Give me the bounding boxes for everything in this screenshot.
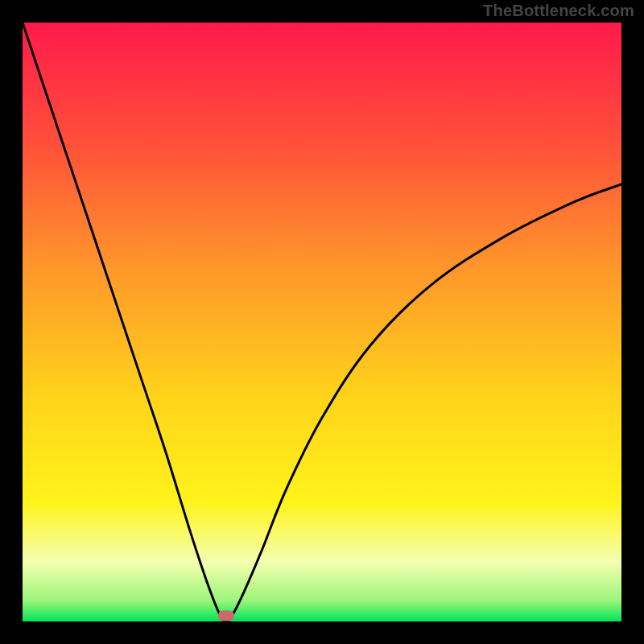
chart-frame: TheBottleneck.com — [0, 0, 644, 644]
watermark-text: TheBottleneck.com — [483, 2, 634, 20]
optimum-marker — [218, 611, 234, 621]
plot-background — [23, 23, 621, 621]
bottleneck-chart — [0, 0, 644, 644]
